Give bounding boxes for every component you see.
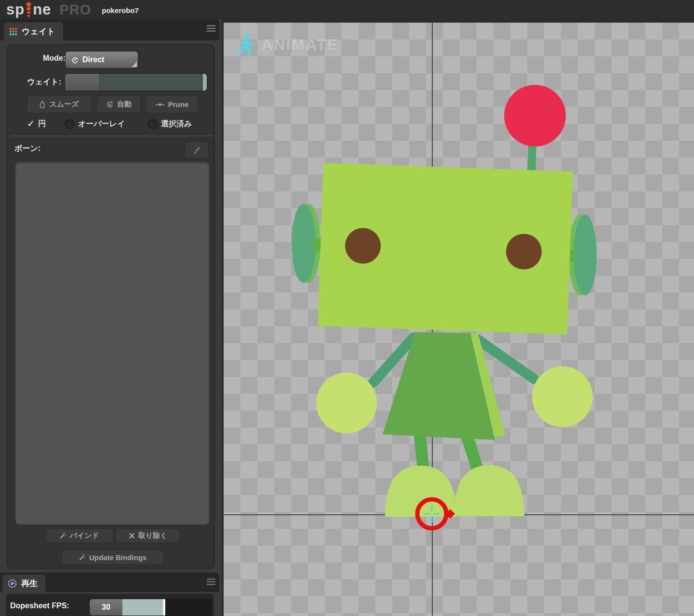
dopesheet-fps-slider[interactable]: 30 [89, 599, 212, 616]
spine-logo: sp ne [6, 0, 51, 19]
smooth-button-label: スムーズ [49, 100, 79, 109]
weights-panel: ウェイト Mode: Direct ウェイト: [0, 19, 222, 616]
bind-button[interactable]: バインド [45, 528, 113, 543]
wand-icon [59, 532, 67, 539]
mode-label: Mode: [22, 54, 66, 63]
weight-slider-fill [100, 74, 203, 91]
spine-logo-dots-icon [26, 2, 32, 18]
selected-checkbox-circle-icon [147, 119, 158, 129]
weight-slider-handle[interactable] [65, 74, 100, 91]
weight-label: ウェイト: [15, 77, 61, 87]
circle-checkbox-label: 円 [38, 119, 46, 129]
bind-button-label: バインド [70, 531, 99, 540]
tab-weights[interactable]: ウェイト [4, 22, 63, 40]
remove-button[interactable]: 取り除く [116, 528, 180, 543]
tab-playback-label: 再生 [21, 578, 38, 589]
mode-value: Direct [82, 55, 104, 64]
checkmark-icon: ✓ [27, 119, 35, 129]
wand-icon [79, 554, 86, 561]
playback-panel-menu-icon[interactable] [207, 578, 215, 587]
weight-slider-cap [203, 74, 207, 91]
overlay-checkbox-label: オーバーレイ [78, 119, 125, 129]
weights-icon [9, 27, 18, 36]
animate-watermark-text: ANIMATE [262, 37, 339, 54]
spine-window: sp ne PRO pokerobo7 ウェイト [0, 0, 694, 616]
prune-icon [155, 102, 165, 107]
weights-settings-group: Mode: Direct ウェイト: スムーズ [7, 44, 215, 569]
bones-label: ボーン: [14, 144, 40, 154]
update-bindings-button-label: Update Bindings [89, 553, 147, 562]
logo-text-right: ne [33, 0, 51, 19]
separator [12, 135, 212, 136]
project-name: pokerobo7 [102, 6, 139, 14]
auto-button[interactable]: 自動 [96, 95, 141, 113]
selected-checkbox[interactable]: 選択済み [147, 118, 192, 130]
overlay-checkbox[interactable]: オーバーレイ [65, 118, 125, 130]
weights-panel-menu-icon[interactable] [207, 25, 215, 34]
weights-tabbar: ウェイト [0, 19, 219, 40]
logo-text-left: sp [6, 0, 25, 19]
brush-icon [192, 146, 201, 154]
auto-button-label: 自動 [117, 100, 132, 109]
animate-watermark: ANIMATE [233, 33, 339, 58]
edition-badge: PRO [59, 2, 91, 18]
playback-icon [7, 578, 17, 589]
x-icon [129, 533, 135, 539]
playback-settings-group: Dopesheet FPS: 30 [6, 594, 214, 616]
prune-button[interactable]: Prune [146, 95, 198, 113]
runner-icon [233, 33, 255, 58]
tab-playback[interactable]: 再生 [2, 575, 45, 592]
smooth-button[interactable]: スムーズ [27, 95, 92, 113]
auto-icon [106, 101, 114, 108]
dopesheet-fps-label: Dopesheet FPS: [10, 602, 69, 610]
update-bindings-button[interactable]: Update Bindings [61, 550, 164, 565]
mode-direct-icon [71, 56, 79, 64]
dropdown-corner-icon [132, 62, 137, 67]
prune-button-label: Prune [168, 100, 189, 108]
tab-weights-label: ウェイト [22, 26, 55, 37]
weight-slider[interactable] [65, 73, 207, 91]
mode-dropdown[interactable]: Direct [65, 51, 138, 68]
viewport: ANIMATE [222, 19, 694, 616]
remove-button-label: 取り除く [138, 531, 168, 540]
circle-checkbox[interactable]: ✓ 円 [27, 118, 46, 130]
bones-list[interactable] [15, 162, 209, 524]
dopesheet-fps-track [165, 599, 212, 616]
overlay-checkbox-circle-icon [65, 119, 75, 129]
dopesheet-fps-fill [122, 599, 163, 616]
paint-weights-button[interactable] [185, 141, 209, 159]
titlebar: sp ne PRO pokerobo7 [0, 0, 694, 19]
playback-tabbar: 再生 [0, 573, 219, 592]
dopesheet-fps-value[interactable]: 30 [90, 599, 122, 616]
viewport-canvas[interactable] [224, 23, 694, 616]
selected-checkbox-label: 選択済み [161, 119, 192, 129]
droplet-icon [39, 100, 46, 108]
